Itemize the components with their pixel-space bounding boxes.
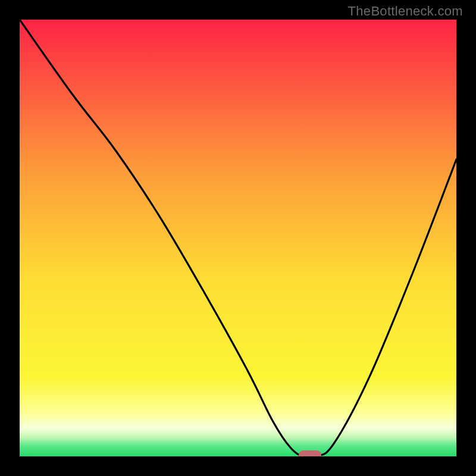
- watermark-text: TheBottleneck.com: [348, 4, 463, 19]
- optimum-marker: [299, 450, 321, 456]
- bottleneck-curve: [20, 20, 456, 456]
- chart-frame: [20, 20, 456, 456]
